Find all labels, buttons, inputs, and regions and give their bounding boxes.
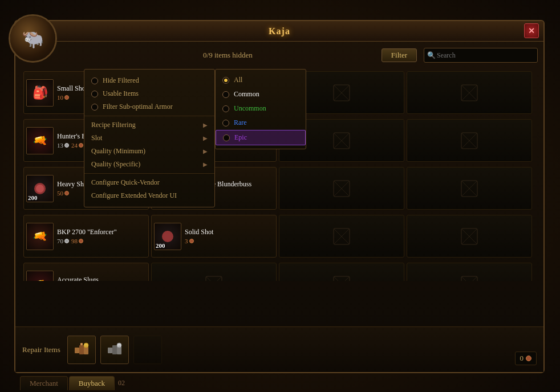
avatar: 🐃: [9, 14, 57, 63]
item-name-solid-shot: Solid Shot: [185, 228, 274, 236]
filter-divider-1: [84, 116, 214, 116]
empty-slot-7: [279, 215, 404, 258]
svg-rect-41: [80, 343, 83, 345]
gun-icon-4: 🔫: [31, 228, 48, 245]
svg-rect-39: [79, 345, 84, 354]
filter-quality-spec-label: Quality (Specific): [91, 160, 140, 169]
page-number: 02: [118, 379, 125, 387]
item-bkp-enforcer[interactable]: 🔫 BKP 2700 "Enforcer" 70 98: [23, 215, 149, 258]
item-name-bkp: BKP 2700 "Enforcer": [57, 228, 146, 236]
quality-rare[interactable]: Rare: [216, 116, 306, 130]
tab-buyback-label: Buyback: [79, 379, 105, 387]
empty-slot-2: [407, 71, 532, 114]
arrow-recipe: ▶: [203, 122, 208, 128]
content-area: 0/9 items hidden Filter 🔍 🎒 Small Shot P…: [15, 42, 543, 326]
price-copper-heavy-shot: 50: [57, 190, 69, 197]
item-name-accurate-slugs: Accurate Slugs: [57, 276, 146, 281]
close-button[interactable]: ✕: [524, 23, 539, 38]
radio-usable-items: [91, 91, 98, 97]
item-icon-small-shot-pouch: 🎒: [26, 79, 54, 107]
radio-quality-epic: [223, 134, 230, 141]
item-info-accurate-slugs: Accurate Slugs 10: [57, 276, 146, 281]
filter-button[interactable]: Filter: [382, 48, 417, 62]
item-info-bkp: BKP 2700 "Enforcer" 70 98: [57, 228, 146, 244]
radio-quality-uncommon: [222, 105, 229, 112]
empty-slot-4: [407, 119, 532, 162]
svg-text:+: +: [85, 344, 87, 349]
main-window: Kaja ✕ 0/9 items hidden Filter 🔍 🎒 Small…: [14, 20, 545, 373]
search-input[interactable]: [424, 48, 538, 63]
svg-rect-38: [75, 348, 79, 353]
item-price-solid-shot: 3: [185, 238, 274, 244]
svg-text:+: +: [118, 344, 120, 349]
quality-all[interactable]: All: [216, 73, 306, 87]
title-bar: Kaja ✕: [15, 21, 543, 42]
quality-common-label: Common: [234, 90, 259, 99]
item-icon-bkp: 🔫: [26, 223, 54, 250]
filter-quality-min-label: Quality (Minimum): [91, 147, 145, 156]
radio-suboptimal-armor: [91, 104, 98, 111]
filter-extended-label: Configure Extended Vendor UI: [91, 191, 177, 200]
quality-epic[interactable]: Epic: [216, 130, 306, 145]
item-accurate-slugs[interactable]: 200 🔫 Accurate Slugs 10: [23, 263, 149, 281]
empty-slot-11: [407, 263, 532, 281]
item-price-bkp: 70 98: [57, 238, 146, 244]
filter-suboptimal-armor[interactable]: Filter Sub-optimal Armor: [84, 100, 214, 113]
price-silver-boomstick: 13: [57, 142, 69, 149]
item-icon-solid-shot: 200: [154, 223, 181, 250]
filter-quality-specific[interactable]: Quality (Specific) ▶: [84, 158, 214, 171]
gold-amount: 0: [520, 354, 524, 363]
filter-divider-2: [84, 173, 214, 174]
gun-icon-2: 🔫: [31, 132, 48, 149]
gold-display: 0: [515, 352, 537, 365]
repair-slot-empty: [133, 336, 162, 364]
radio-quality-all: [222, 77, 229, 84]
avatar-image: 🐃: [10, 16, 55, 61]
filter-slot[interactable]: Slot ▶: [84, 132, 214, 145]
quality-common[interactable]: Common: [216, 87, 306, 101]
gun-icon-5: 🔫: [33, 277, 47, 281]
svg-rect-45: [112, 345, 117, 354]
window-title: Kaja: [269, 26, 290, 36]
filter-hide-filtered[interactable]: Hide Filtered: [84, 74, 214, 87]
items-hidden-count: 0/9 items hidden: [81, 51, 375, 60]
radio-quality-common: [222, 91, 229, 98]
empty-slot-6: [407, 167, 532, 210]
search-wrapper: 🔍: [424, 48, 538, 63]
tab-merchant[interactable]: Merchant: [20, 376, 68, 390]
empty-slot-8: [407, 215, 532, 258]
quality-uncommon-label: Uncommon: [234, 104, 266, 113]
svg-rect-44: [108, 348, 112, 353]
filter-quality-minimum[interactable]: Quality (Minimum) ▶: [84, 145, 214, 158]
empty-slot-5: [279, 167, 404, 210]
item-solid-shot[interactable]: 200 Solid Shot 3: [151, 215, 277, 258]
svg-point-22: [162, 231, 173, 242]
item-icon-hunters-boomstick: 🔫: [26, 127, 54, 154]
filter-dropdown: Hide Filtered Usable Items Filter Sub-op…: [84, 69, 215, 207]
quality-uncommon[interactable]: Uncommon: [216, 101, 306, 116]
radio-hide-filtered: [91, 77, 98, 84]
filter-quick-vendor-label: Configure Quick-Vendor: [91, 178, 160, 187]
price-copper-bkp: 98: [71, 238, 83, 244]
filter-suboptimal-label: Filter Sub-optimal Armor: [103, 103, 173, 111]
filter-recipe-filtering[interactable]: Recipe Filtering ▶: [84, 119, 214, 132]
tab-buyback[interactable]: Buyback: [69, 376, 115, 390]
filter-usable-items[interactable]: Usable Items: [84, 87, 214, 100]
price-silver-bkp: 70: [57, 238, 69, 244]
repair-button-2[interactable]: +: [100, 336, 129, 364]
filter-configure-quick-vendor[interactable]: Configure Quick-Vendor: [84, 176, 214, 189]
quality-rare-label: Rare: [234, 119, 247, 127]
stack-heavy-shot: 200: [28, 194, 38, 201]
arrow-quality-spec: ▶: [203, 161, 208, 168]
bottom-bar: Repair Items + + 0: [15, 326, 543, 372]
item-icon-accurate-slugs: 200 🔫: [26, 271, 54, 281]
repair-button-1[interactable]: +: [67, 336, 96, 364]
price-copper-boomstick: 24: [71, 142, 83, 149]
price-copper-solid-shot: 3: [185, 238, 194, 244]
filter-configure-extended[interactable]: Configure Extended Vendor UI: [84, 189, 214, 202]
filter-usable-items-label: Usable Items: [103, 89, 139, 98]
item-info-solid-shot: Solid Shot 3: [185, 228, 274, 244]
empty-slot-9: [151, 263, 277, 281]
top-bar: 0/9 items hidden Filter 🔍: [15, 42, 543, 69]
quality-submenu: All Common Uncommon Rare Epic: [215, 69, 306, 149]
